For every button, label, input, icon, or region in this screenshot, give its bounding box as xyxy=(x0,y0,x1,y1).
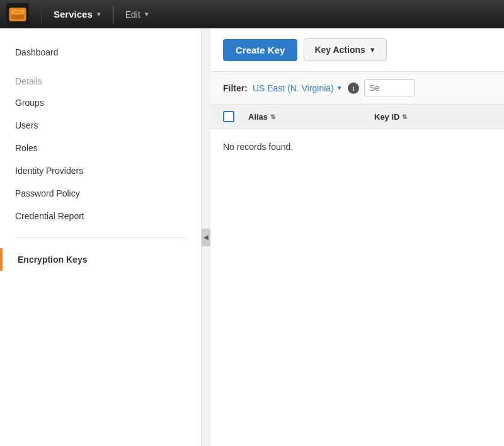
services-button[interactable]: Services ▼ xyxy=(49,6,107,23)
region-filter-dropdown[interactable]: US East (N. Virginia) ▼ xyxy=(253,83,343,93)
sidebar-item-roles[interactable]: Roles xyxy=(0,137,201,159)
filter-label: Filter: xyxy=(223,83,248,93)
sidebar-section-details: Details xyxy=(0,64,201,91)
collapse-chevron-icon: ◀ xyxy=(203,234,209,241)
key-id-sort-icon: ⇅ xyxy=(402,113,407,120)
collapse-sidebar-handle[interactable]: ◀ xyxy=(202,229,210,246)
services-chevron-icon: ▼ xyxy=(96,11,102,18)
region-chevron-icon: ▼ xyxy=(336,84,343,91)
search-input[interactable] xyxy=(364,79,415,96)
region-label: US East (N. Virginia) xyxy=(253,83,334,93)
sidebar-divider xyxy=(15,237,186,238)
sidebar: Dashboard Details Groups Users Roles Ide… xyxy=(0,28,202,446)
toolbar: Create Key Key Actions ▼ xyxy=(210,28,504,72)
sidebar-item-dashboard[interactable]: Dashboard xyxy=(0,41,201,64)
select-all-checkbox[interactable] xyxy=(223,111,248,122)
main-layout: Dashboard Details Groups Users Roles Ide… xyxy=(0,28,504,446)
edit-chevron-icon: ▼ xyxy=(144,11,150,18)
info-icon[interactable]: i xyxy=(348,83,359,94)
nav-divider-2 xyxy=(113,5,114,24)
create-key-button[interactable]: Create Key xyxy=(223,39,297,61)
sidebar-item-encryption-keys[interactable]: Encryption Keys xyxy=(0,248,201,271)
filter-row: Filter: US East (N. Virginia) ▼ i xyxy=(210,72,504,105)
sidebar-item-groups[interactable]: Groups xyxy=(0,91,201,114)
svg-rect-4 xyxy=(14,11,22,13)
key-actions-chevron-icon: ▼ xyxy=(369,46,376,54)
aws-logo xyxy=(6,3,29,26)
main-content: Create Key Key Actions ▼ Filter: US East… xyxy=(210,28,504,446)
edit-button[interactable]: Edit ▼ xyxy=(120,6,155,23)
column-header-alias[interactable]: Alias ⇅ xyxy=(248,112,374,122)
sidebar-item-identity-providers[interactable]: Identity Providers xyxy=(0,159,201,182)
table-header: Alias ⇅ Key ID ⇅ xyxy=(210,105,504,129)
nav-divider xyxy=(42,5,42,24)
column-header-key-id[interactable]: Key ID ⇅ xyxy=(374,112,491,122)
key-actions-button[interactable]: Key Actions ▼ xyxy=(304,38,386,61)
table-body: No records found. xyxy=(210,129,504,164)
checkbox-box[interactable] xyxy=(223,111,234,122)
top-nav: Services ▼ Edit ▼ xyxy=(0,0,504,28)
alias-sort-icon: ⇅ xyxy=(270,113,275,120)
sidebar-item-password-policy[interactable]: Password Policy xyxy=(0,182,201,205)
no-records-message: No records found. xyxy=(223,142,491,152)
sidebar-item-users[interactable]: Users xyxy=(0,114,201,137)
sidebar-item-credential-report[interactable]: Credential Report xyxy=(0,205,201,227)
